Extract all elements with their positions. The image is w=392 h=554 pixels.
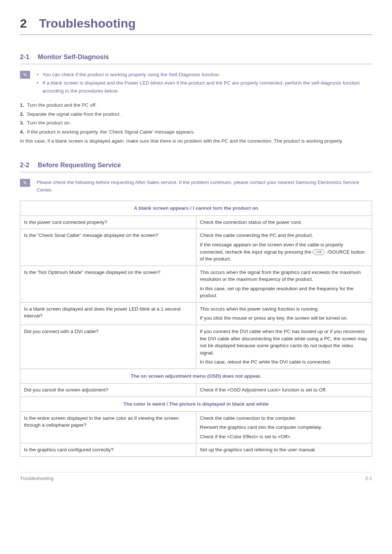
- answer-text: In this case, set up the appropriate res…: [200, 285, 368, 299]
- table-row: Did you connect with a DVI cable?If you …: [20, 325, 372, 369]
- section-2-2-title: 2-2 Before Requesting Service: [20, 160, 372, 170]
- answer-cell: Set up the graphics card referring to th…: [196, 443, 372, 457]
- page-footer: Troubleshooting 2-1: [20, 472, 372, 482]
- note-icon: ✎: [20, 179, 30, 187]
- section-2-2-note: ✎ Please check the following before requ…: [20, 179, 372, 194]
- table-row: Is the "Check Sinal Calbe" message displ…: [20, 229, 372, 266]
- chapter-number: 2: [20, 16, 27, 30]
- answer-text: Check the cable connection to the comput…: [200, 415, 368, 422]
- source-button-icon: ⟶: [313, 249, 325, 255]
- footer-left: Troubleshooting: [20, 475, 54, 482]
- answer-cell: Check the cable connecting the PC and th…: [196, 229, 372, 266]
- note-bullet: You can check if the product is working …: [37, 71, 372, 79]
- table-row: Is the "Not Optimum Mode" message displa…: [20, 266, 372, 302]
- answer-text: Check if the <OSD Adjustment Lock> funct…: [200, 386, 368, 394]
- footer-right: 2-1: [365, 475, 372, 482]
- chapter-text: Troubleshooting: [39, 16, 135, 30]
- answer-cell: If you connect the DVI cable when the PC…: [196, 325, 372, 369]
- answer-cell: Check the connection status of the power…: [196, 216, 372, 229]
- question-cell: Is the "Check Sinal Calbe" message displ…: [20, 229, 196, 266]
- answer-cell: This occurs when the signal from the gra…: [196, 266, 372, 302]
- step: 2.Separate the signal cable from the pro…: [20, 111, 372, 118]
- question-cell: Did you connect with a DVI cable?: [20, 325, 196, 369]
- note-text: Please check the following before reques…: [37, 179, 372, 194]
- answer-text: In this case, reboot the PC while the DV…: [200, 358, 368, 366]
- answer-text: Set up the graphics card referring to th…: [200, 446, 368, 454]
- note-icon: ✎: [20, 71, 30, 79]
- step: 4.If the product is working properly, th…: [20, 128, 372, 136]
- question-cell: Is the graphics card configured correctl…: [20, 443, 196, 457]
- question-cell: Is the power cord connected properly?: [20, 216, 196, 229]
- table-row: Is the power cord connected properly?Che…: [20, 216, 372, 229]
- answer-cell: Check if the <OSD Adjustment Lock> funct…: [196, 383, 372, 397]
- answer-text: If the message appears on the screen eve…: [200, 241, 368, 263]
- table-row: Did you cancel the screen adjustment?Che…: [20, 383, 372, 397]
- note-body: You can check if the product is working …: [37, 71, 372, 95]
- question-cell: Did you cancel the screen adjustment?: [20, 383, 196, 397]
- answer-cell: This occurs when the power saving functi…: [196, 302, 372, 325]
- table-row: Is the entire screen displayed in the sa…: [20, 411, 372, 443]
- answer-text: This occurs when the signal from the gra…: [200, 269, 368, 283]
- answer-cell: Check the cable connection to the comput…: [196, 411, 372, 443]
- table-row: Is a blank screen displayed and does the…: [20, 302, 372, 325]
- note-body: Please check the following before reques…: [37, 179, 372, 194]
- troubleshooting-table: A blank screen appears / I cannot turn t…: [20, 201, 372, 457]
- section-2-1-title: 2-1 Monitor Self-Diagnosis: [20, 52, 372, 62]
- answer-text: This occurs when the power saving functi…: [200, 305, 368, 313]
- step: 3.Turn the product on.: [20, 119, 372, 127]
- section-2-2-number: 2-2: [20, 161, 29, 169]
- section-2-1-text: Monitor Self-Diagnosis: [38, 53, 109, 61]
- answer-text: Check the cable connecting the PC and th…: [200, 232, 368, 239]
- note-bullet: If a blank screen is displayed and the P…: [37, 79, 372, 95]
- section-2-1-number: 2-1: [20, 53, 29, 61]
- table-group-header: A blank screen appears / I cannot turn t…: [20, 201, 372, 216]
- section-2-1-note: ✎ You can check if the product is workin…: [20, 71, 372, 95]
- section-2-2-text: Before Requesting Service: [38, 161, 121, 169]
- question-cell: Is a blank screen displayed and does the…: [20, 302, 196, 325]
- answer-text: If you click the mouse or press any key,…: [200, 315, 368, 322]
- question-cell: Is the "Not Optimum Mode" message displa…: [20, 266, 196, 302]
- chapter-title: 2 Troubleshooting: [20, 15, 372, 32]
- table-group-header: The on screen adjustment menu (OSD) does…: [20, 369, 372, 383]
- answer-text: Check if the <Color Effect> is set to <O…: [200, 433, 368, 440]
- section-2-2-divider: [20, 172, 372, 172]
- answer-text: If you connect the DVI cable when the PC…: [200, 328, 368, 356]
- answer-text: Check the connection status of the power…: [200, 219, 368, 226]
- table-group-header: The color is weird / The picture is disp…: [20, 397, 372, 411]
- self-diagnosis-steps: 1.Turn the product and the PC off. 2.Sep…: [20, 102, 372, 135]
- chapter-divider: [20, 34, 372, 35]
- answer-text: Reinsert the graphics card into the comp…: [200, 424, 368, 431]
- table-row: Is the graphics card configured correctl…: [20, 443, 372, 457]
- section-2-1-divider: [20, 64, 372, 64]
- step: 1.Turn the product and the PC off.: [20, 102, 372, 109]
- question-cell: Is the entire screen displayed in the sa…: [20, 411, 196, 443]
- after-steps-text: In this case, if a blank screen is displ…: [20, 138, 372, 145]
